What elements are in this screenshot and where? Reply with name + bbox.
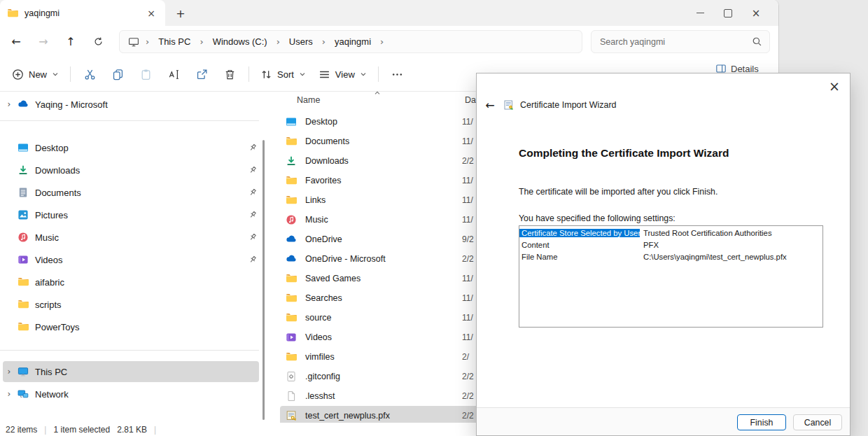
- chevron-down-icon: [52, 71, 59, 78]
- column-header-name[interactable]: Name: [297, 95, 320, 105]
- window-close-button[interactable]: ×: [742, 3, 770, 24]
- sidebar-item-documents[interactable]: Documents: [3, 182, 262, 203]
- more-options-button[interactable]: [384, 62, 412, 86]
- delete-button[interactable]: [216, 62, 244, 86]
- status-separator: |: [154, 425, 156, 435]
- new-tab-button[interactable]: +: [172, 5, 189, 22]
- sidebar-item-label: Downloads: [35, 165, 80, 176]
- search-input[interactable]: [598, 36, 752, 48]
- chevron-down-icon: [299, 71, 306, 78]
- cut-button[interactable]: [76, 62, 104, 86]
- sidebar-item-this-pc[interactable]: › This PC: [3, 361, 259, 382]
- sort-icon: [260, 69, 272, 80]
- sidebar-item-label: Pictures: [35, 210, 68, 220]
- tab-close-icon[interactable]: ×: [144, 6, 158, 20]
- this-pc-icon: [18, 366, 29, 377]
- certificate-wizard-icon: [503, 99, 514, 111]
- sidebar-item-label: Desktop: [35, 143, 69, 153]
- sidebar-item-label: Videos: [35, 255, 63, 265]
- forward-button[interactable]: →: [33, 31, 54, 52]
- sidebar-item-label: Music: [35, 232, 59, 243]
- chevron-right-icon: ›: [276, 36, 280, 47]
- screen: yaqingmi × + × ← → ↑ › This PC › W: [0, 0, 868, 436]
- sidebar-item-scripts[interactable]: scripts: [3, 294, 262, 315]
- maximize-button[interactable]: [714, 3, 742, 24]
- folder-icon: [7, 8, 18, 19]
- expand-chevron-icon[interactable]: ›: [4, 367, 14, 377]
- folder-icon: [286, 312, 297, 323]
- new-button[interactable]: New: [6, 62, 65, 86]
- sidebar-item-aifabric[interactable]: aifabric: [3, 272, 262, 293]
- tab-title: yaqingmi: [24, 8, 59, 18]
- onedrive-cloud-icon: [18, 99, 29, 110]
- sort-ascending-icon: [373, 89, 382, 99]
- selection-count: 1 item selected: [53, 425, 110, 435]
- view-list-icon: [318, 69, 330, 80]
- chevron-down-icon: [360, 71, 367, 78]
- folder-icon: [286, 351, 297, 363]
- search-icon: [752, 36, 762, 47]
- onedrive-cloud-icon: [286, 234, 297, 245]
- chevron-right-icon: ›: [380, 36, 384, 47]
- share-icon: [196, 69, 208, 80]
- sidebar-item-pictures[interactable]: Pictures: [3, 204, 262, 225]
- sidebar-item-powertoys[interactable]: PowerToys: [3, 316, 262, 337]
- minimize-button[interactable]: [686, 3, 714, 24]
- breadcrumb-this-pc[interactable]: This PC: [155, 35, 193, 48]
- rename-button[interactable]: [160, 62, 188, 86]
- chevron-right-icon: ›: [200, 36, 203, 47]
- cancel-button[interactable]: Cancel: [793, 414, 842, 430]
- sidebar-item-network[interactable]: › Network: [3, 384, 262, 405]
- wizard-heading: Completing the Certificate Import Wizard: [519, 147, 729, 160]
- sidebar-item-music[interactable]: Music: [3, 227, 262, 248]
- finish-button[interactable]: Finish: [737, 414, 786, 430]
- navigation-pane: › Yaqing - Microsoft Desktop Downloads: [0, 92, 273, 423]
- share-button[interactable]: [188, 62, 216, 86]
- column-header-date[interactable]: Da: [465, 95, 476, 105]
- sidebar-item-downloads[interactable]: Downloads: [3, 160, 262, 181]
- music-icon: [18, 232, 29, 243]
- file-icon: [286, 391, 297, 402]
- back-button[interactable]: ←: [6, 31, 27, 52]
- dialog-close-icon[interactable]: ×: [825, 76, 844, 96]
- pin-icon: [248, 143, 258, 153]
- desktop-icon: [286, 116, 297, 127]
- search-box: [591, 30, 770, 53]
- wizard-body-text: The certificate will be imported after y…: [519, 187, 718, 197]
- settings-row-file-name[interactable]: File Name C:\Users\yaqingmi\test_cert_ne…: [519, 251, 822, 262]
- paste-button[interactable]: [132, 62, 160, 86]
- settings-row-content[interactable]: Content PFX: [519, 239, 822, 251]
- breadcrumb-windows-c[interactable]: Windows (C:): [210, 35, 270, 48]
- onedrive-cloud-icon: [286, 253, 297, 265]
- explorer-tab-yaqingmi[interactable]: yaqingmi ×: [0, 0, 165, 26]
- items-count: 22 items: [6, 425, 37, 435]
- breadcrumb-users[interactable]: Users: [286, 35, 316, 48]
- settings-row-certificate-store[interactable]: Certificate Store Selected by User Trust…: [519, 227, 822, 239]
- view-button[interactable]: View: [312, 62, 373, 86]
- breadcrumb: › This PC › Windows (C:) › Users › yaqin…: [119, 30, 582, 53]
- sidebar-item-desktop[interactable]: Desktop: [3, 137, 262, 158]
- sort-button[interactable]: Sort: [254, 62, 312, 86]
- downloads-icon: [18, 164, 29, 176]
- selection-size: 2.81 KB: [117, 425, 147, 435]
- chevron-right-icon: ›: [322, 36, 326, 47]
- breadcrumb-yaqingmi[interactable]: yaqingmi: [332, 35, 374, 48]
- copy-icon: [112, 69, 124, 80]
- sidebar-scrollbar[interactable]: [262, 140, 265, 420]
- up-button[interactable]: ↑: [60, 31, 81, 52]
- dialog-back-button[interactable]: ←: [482, 99, 498, 112]
- cut-icon: [84, 69, 96, 80]
- refresh-button[interactable]: [88, 31, 108, 52]
- folder-icon: [18, 276, 29, 288]
- videos-icon: [18, 254, 29, 265]
- dialog-footer: Finish Cancel: [477, 407, 850, 435]
- expand-chevron-icon[interactable]: ›: [4, 99, 14, 109]
- pictures-icon: [18, 209, 29, 220]
- sidebar-item-yaqing-microsoft[interactable]: › Yaqing - Microsoft: [3, 94, 262, 115]
- paste-icon: [140, 69, 152, 80]
- sidebar-item-videos[interactable]: Videos: [3, 249, 262, 270]
- copy-button[interactable]: [104, 62, 132, 86]
- sidebar-item-label: scripts: [35, 300, 62, 310]
- expand-chevron-icon[interactable]: ›: [4, 389, 14, 399]
- view-button-label: View: [335, 69, 355, 80]
